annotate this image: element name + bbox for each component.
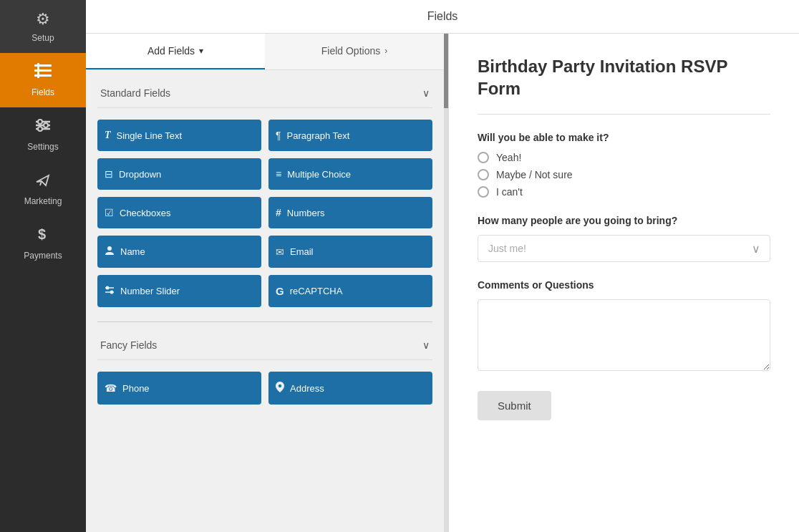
tab-field-options-label: Field Options — [321, 45, 380, 57]
radio-label-cant: I can't — [496, 186, 523, 198]
svg-rect-1 — [34, 69, 52, 72]
field-btn-label: Numbers — [287, 208, 325, 218]
chevron-down-icon: ▾ — [199, 46, 203, 56]
svg-point-11 — [38, 127, 42, 131]
field-btn-recaptcha[interactable]: G reCAPTCHA — [268, 275, 432, 307]
sidebar-item-setup[interactable]: ⚙ Setup — [0, 0, 86, 53]
radio-option-yeah[interactable]: Yeah! — [478, 152, 770, 163]
sidebar-item-label: Payments — [24, 251, 62, 261]
tabs: Add Fields ▾ Field Options › — [86, 34, 444, 70]
field-btn-checkboxes[interactable]: ☑ Checkboxes — [97, 197, 261, 228]
radio-circle — [478, 186, 489, 198]
radio-circle — [478, 152, 489, 163]
svg-text:$: $ — [38, 226, 46, 242]
fancy-fields-header: Fancy Fields ∨ — [97, 334, 432, 360]
field-btn-multiple-choice[interactable]: ≡ Multiple Choice — [268, 158, 432, 190]
field-btn-label: Email — [290, 246, 314, 257]
field-btn-label: Paragraph Text — [287, 130, 350, 141]
field-btn-label: Address — [290, 383, 324, 394]
field-btn-label: Multiple Choice — [287, 169, 351, 180]
field-btn-label: Single Line Text — [117, 130, 183, 141]
submit-button[interactable]: Submit — [478, 391, 551, 420]
field-label-comments: Comments or Questions — [478, 279, 770, 291]
svg-point-13 — [107, 246, 112, 251]
settings-icon — [34, 117, 52, 137]
svg-point-16 — [106, 286, 110, 290]
field-btn-email[interactable]: ✉ Email — [268, 236, 432, 268]
svg-rect-2 — [34, 74, 52, 77]
select-wrapper: Just me! ∨ — [478, 235, 770, 262]
content-area: Add Fields ▾ Field Options › Standard Fi… — [86, 34, 799, 532]
field-btn-address[interactable]: Address — [268, 372, 432, 405]
field-label-attendance: Will you be able to make it? — [478, 132, 770, 143]
radio-label-maybe: Maybe / Not sure — [496, 169, 573, 180]
fancy-fields-label: Fancy Fields — [100, 339, 157, 351]
dropdown-icon: ⊟ — [105, 168, 113, 180]
svg-point-18 — [279, 385, 281, 387]
field-btn-label: Phone — [122, 383, 150, 394]
svg-rect-5 — [37, 73, 39, 78]
section-divider — [97, 321, 432, 322]
fields-panel[interactable]: Standard Fields ∨ T Single Line Text ¶ P… — [86, 70, 444, 532]
svg-rect-0 — [34, 64, 52, 67]
field-btn-label: Name — [120, 246, 145, 257]
field-label-people-count: How many people are you going to bring? — [478, 215, 770, 226]
sidebar: ⚙ Setup Fields Setti — [0, 0, 86, 532]
field-btn-dropdown[interactable]: ⊟ Dropdown — [97, 158, 261, 190]
numbers-icon: # — [276, 207, 281, 218]
sidebar-item-label: Setup — [32, 33, 54, 43]
field-btn-number-slider[interactable]: Number Slider — [97, 275, 261, 307]
svg-point-17 — [110, 291, 114, 294]
name-icon — [105, 246, 115, 258]
svg-point-9 — [38, 120, 42, 124]
left-panel: Add Fields ▾ Field Options › Standard Fi… — [86, 34, 444, 532]
standard-fields-header: Standard Fields ∨ — [97, 82, 432, 108]
field-btn-label: Number Slider — [120, 286, 180, 296]
top-bar: Fields — [86, 0, 799, 34]
radio-option-cant[interactable]: I can't — [478, 186, 770, 198]
paragraph-text-icon: ¶ — [276, 130, 281, 141]
form-field-attendance: Will you be able to make it? Yeah! Maybe… — [478, 132, 770, 198]
multiple-choice-icon: ≡ — [276, 168, 281, 180]
fancy-fields-grid: ☎ Phone Address — [97, 372, 432, 405]
svg-rect-4 — [37, 68, 39, 73]
number-slider-icon — [105, 285, 115, 297]
svg-rect-3 — [37, 63, 39, 68]
field-btn-single-line-text[interactable]: T Single Line Text — [97, 120, 261, 151]
single-line-text-icon: T — [105, 130, 111, 141]
sidebar-item-payments[interactable]: $ Payments — [0, 216, 86, 271]
chevron-right-icon: › — [384, 46, 387, 56]
payments-icon: $ — [36, 226, 50, 246]
field-btn-numbers[interactable]: # Numbers — [268, 197, 432, 228]
marketing-icon — [34, 172, 52, 192]
svg-point-10 — [44, 123, 48, 127]
chevron-down-icon: ∨ — [422, 339, 430, 351]
radio-circle — [478, 169, 489, 180]
form-title: Birthday Party Invitation RSVP Form — [478, 55, 770, 100]
radio-group-attendance: Yeah! Maybe / Not sure I can't — [478, 152, 770, 198]
form-field-people-count: How many people are you going to bring? … — [478, 215, 770, 262]
sidebar-item-settings[interactable]: Settings — [0, 107, 86, 162]
main-content: Fields Add Fields ▾ Field Options › St — [86, 0, 799, 532]
comments-textarea[interactable] — [478, 299, 770, 371]
radio-option-maybe[interactable]: Maybe / Not sure — [478, 169, 770, 180]
people-count-select[interactable]: Just me! — [478, 235, 770, 262]
chevron-down-icon: ∨ — [422, 87, 430, 99]
tab-field-options[interactable]: Field Options › — [265, 34, 444, 69]
field-btn-name[interactable]: Name — [97, 236, 261, 268]
field-btn-label: Dropdown — [119, 169, 161, 180]
field-btn-label: reCAPTCHA — [290, 286, 343, 296]
recaptcha-icon: G — [276, 285, 284, 297]
phone-icon: ☎ — [105, 382, 117, 394]
standard-fields-grid: T Single Line Text ¶ Paragraph Text ⊟ Dr… — [97, 120, 432, 307]
field-btn-paragraph-text[interactable]: ¶ Paragraph Text — [268, 120, 432, 151]
fields-icon — [34, 63, 52, 83]
sidebar-item-fields[interactable]: Fields — [0, 53, 86, 107]
sidebar-item-marketing[interactable]: Marketing — [0, 162, 86, 216]
sidebar-item-label: Marketing — [24, 196, 62, 206]
form-field-comments: Comments or Questions — [478, 279, 770, 374]
field-btn-phone[interactable]: ☎ Phone — [97, 372, 261, 405]
tab-add-fields[interactable]: Add Fields ▾ — [86, 34, 265, 69]
email-icon: ✉ — [276, 246, 284, 258]
form-preview: Birthday Party Invitation RSVP Form Will… — [448, 34, 799, 532]
